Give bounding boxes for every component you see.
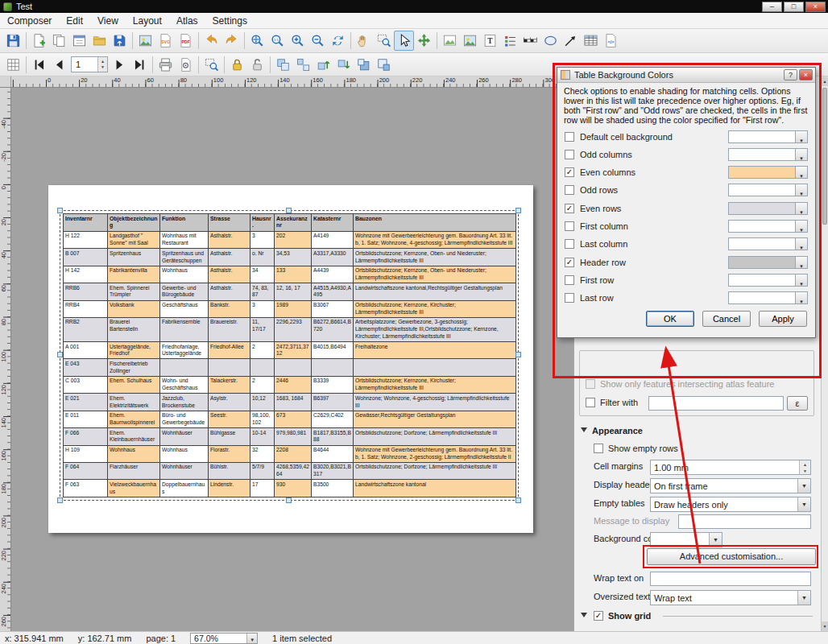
resize-handle[interactable]	[57, 497, 63, 503]
atlas-page-number[interactable]: 1	[71, 56, 108, 72]
resize-handle[interactable]	[286, 497, 292, 503]
undo-button[interactable]	[201, 31, 221, 51]
add-new-label-button[interactable]	[480, 31, 500, 51]
move-item-content-button[interactable]	[414, 31, 434, 51]
scroll-down-arrow-icon[interactable]: ▼	[822, 621, 828, 631]
header-row-checkbox[interactable]: ✓	[565, 258, 574, 267]
color-dropdown-arrow-icon[interactable]	[796, 166, 808, 179]
color-dropdown-arrow-icon[interactable]	[796, 202, 808, 215]
new-composition-button[interactable]	[29, 31, 49, 51]
dialog-help-button[interactable]: ?	[784, 69, 797, 80]
print-button[interactable]	[155, 55, 176, 75]
empty-tables-combo[interactable]: Draw headers only	[650, 497, 811, 512]
even-columns-checkbox[interactable]: ✓	[565, 167, 574, 177]
first-row-color-swatch[interactable]	[728, 274, 796, 287]
select-move-item-button[interactable]	[394, 31, 414, 51]
color-dropdown-arrow-icon[interactable]	[796, 130, 808, 143]
scroll-up-arrow-icon[interactable]: ▲	[822, 76, 828, 86]
even-rows-color-swatch[interactable]	[728, 202, 796, 215]
wrap-text-on-input[interactable]	[650, 572, 811, 586]
raise-selected-items-button[interactable]	[313, 55, 333, 75]
color-dropdown-arrow-icon[interactable]	[796, 256, 808, 269]
zoom-actual-size-button[interactable]	[267, 31, 288, 51]
lock-selected-items-button[interactable]	[227, 55, 247, 75]
menu-layout[interactable]: Layout	[126, 14, 169, 28]
first-row-checkbox[interactable]	[565, 275, 574, 285]
atlas-last-feature-button[interactable]	[130, 55, 150, 75]
add-image-button[interactable]	[460, 31, 480, 51]
odd-rows-checkbox[interactable]	[565, 185, 574, 195]
menu-atlas[interactable]: Atlas	[169, 14, 205, 28]
zoom-in-button[interactable]	[288, 31, 308, 51]
default-cell-background-checkbox[interactable]	[565, 132, 574, 142]
first-column-color-swatch[interactable]	[728, 220, 796, 233]
resize-handle[interactable]	[57, 208, 63, 213]
oversized-text-combo[interactable]: Wrap text	[650, 590, 811, 605]
paper-page[interactable]: InventarnrObjektbezeichnungFunktionStras…	[48, 185, 533, 533]
message-to-display-input[interactable]	[678, 514, 811, 529]
group-items-button[interactable]	[273, 55, 293, 75]
save-as-template-button[interactable]	[110, 31, 130, 51]
zoom-full-button[interactable]	[247, 31, 267, 51]
even-rows-checkbox[interactable]: ✓	[565, 204, 574, 213]
export-as-pdf-button[interactable]	[176, 31, 196, 51]
redo-button[interactable]	[221, 31, 242, 51]
ungroup-items-button[interactable]	[293, 55, 313, 75]
last-row-color-swatch[interactable]	[728, 291, 796, 304]
color-dropdown-arrow-icon[interactable]	[796, 291, 808, 304]
resize-handle[interactable]	[515, 352, 521, 357]
atlas-next-feature-button[interactable]	[110, 55, 130, 75]
ok-button[interactable]: OK	[646, 311, 694, 327]
export-as-svg-button[interactable]	[155, 31, 176, 51]
scrollbar-thumb[interactable]	[822, 88, 827, 225]
panel-scrollbar[interactable]: ▲ ▼	[821, 76, 828, 631]
even-columns-color-swatch[interactable]	[728, 166, 796, 179]
snap-to-grid-button[interactable]	[3, 55, 23, 75]
header-row-color-swatch[interactable]	[728, 256, 796, 269]
add-attribute-table-button[interactable]	[581, 31, 601, 51]
atlas-first-feature-button[interactable]	[29, 55, 49, 75]
resize-handle[interactable]	[57, 352, 63, 357]
menu-settings[interactable]: Settings	[205, 14, 255, 28]
zoom-to-selection-button[interactable]	[201, 55, 221, 75]
resize-handle[interactable]	[286, 208, 292, 213]
collapse-arrow-icon[interactable]	[581, 427, 587, 432]
duplicate-composition-button[interactable]	[49, 31, 69, 51]
move-selected-to-bottom-button[interactable]	[374, 55, 394, 75]
save-project-button[interactable]	[3, 31, 23, 51]
show-grid-label[interactable]: Show grid	[608, 611, 651, 621]
apply-button[interactable]: Apply	[759, 311, 807, 327]
default-cell-background-color-swatch[interactable]	[728, 130, 796, 143]
resize-handle[interactable]	[515, 497, 521, 503]
color-dropdown-arrow-icon[interactable]	[796, 148, 808, 161]
zoom-out-button[interactable]	[308, 31, 328, 51]
collapse-arrow-icon[interactable]	[581, 613, 587, 617]
add-html-frame-button[interactable]	[601, 31, 621, 51]
dialog-close-button[interactable]: ×	[799, 69, 813, 80]
filter-expression-input[interactable]	[648, 396, 784, 411]
move-selected-to-top-button[interactable]	[354, 55, 374, 75]
appearance-section-title[interactable]: Appearance	[592, 426, 643, 436]
last-row-checkbox[interactable]	[565, 293, 574, 303]
add-arrow-button[interactable]	[561, 31, 581, 51]
last-column-checkbox[interactable]	[565, 239, 574, 249]
color-dropdown-arrow-icon[interactable]	[796, 274, 808, 287]
color-dropdown-arrow-icon[interactable]	[796, 237, 808, 250]
odd-columns-color-swatch[interactable]	[728, 148, 796, 161]
lower-selected-items-button[interactable]	[333, 55, 354, 75]
add-legend-button[interactable]	[500, 31, 520, 51]
pan-button[interactable]	[354, 31, 374, 51]
menu-view[interactable]: View	[90, 14, 126, 28]
load-from-template-button[interactable]	[89, 31, 110, 51]
zoom-level-combo[interactable]: 67.0%	[190, 633, 258, 644]
display-header-combo[interactable]: On first frame	[650, 478, 811, 493]
export-as-image-button[interactable]	[135, 31, 155, 51]
cell-margins-spinbox[interactable]: 1.00 mm	[650, 460, 811, 475]
odd-columns-checkbox[interactable]	[565, 150, 574, 159]
filter-with-checkbox[interactable]	[586, 398, 595, 407]
first-column-checkbox[interactable]	[565, 221, 574, 231]
spinner-arrows-icon[interactable]	[97, 57, 107, 72]
refresh-view-button[interactable]	[328, 31, 348, 51]
unlock-all-items-button[interactable]	[247, 55, 267, 75]
close-button[interactable]: ×	[805, 2, 826, 12]
